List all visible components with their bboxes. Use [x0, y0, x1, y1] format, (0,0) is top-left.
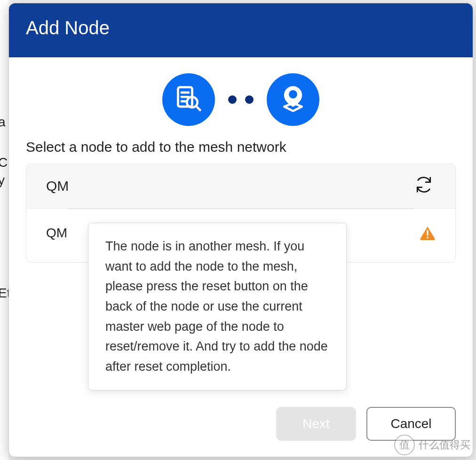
svg-line-5: [196, 106, 200, 110]
section-heading: Select a node to add to the mesh network: [26, 139, 456, 155]
row-divider: [68, 209, 414, 209]
modal-footer: Next Cancel: [9, 394, 473, 457]
location-pin-icon: [279, 85, 307, 115]
cancel-button[interactable]: Cancel: [366, 407, 456, 441]
search-document-icon: [175, 85, 203, 115]
bg-frag-c: C: [0, 156, 8, 169]
node-warning-tooltip: The node is in another mesh. If you want…: [88, 223, 347, 390]
bg-frag-y: y: [0, 174, 5, 187]
bg-frag-a: a: [0, 116, 6, 129]
step-connector-dots: [228, 95, 254, 104]
step-scan: [162, 73, 215, 126]
dot-icon: [228, 95, 237, 104]
warning-icon: [420, 226, 436, 240]
modal-title: Add Node: [9, 3, 473, 57]
step-place: [267, 73, 319, 126]
svg-point-6: [290, 91, 296, 97]
card-header: QM: [26, 164, 455, 209]
next-button[interactable]: Next: [276, 407, 356, 441]
svg-point-8: [427, 237, 428, 239]
background-left-strip: a C y Et: [0, 0, 8, 460]
add-node-modal: Add Node: [8, 3, 473, 457]
refresh-icon: [413, 174, 434, 198]
refresh-button[interactable]: [412, 174, 436, 198]
wizard-steps: [26, 73, 456, 126]
card-header-label: QM: [46, 178, 412, 194]
modal-body: Select a node to add to the mesh network…: [9, 57, 473, 394]
dot-icon: [245, 95, 254, 104]
